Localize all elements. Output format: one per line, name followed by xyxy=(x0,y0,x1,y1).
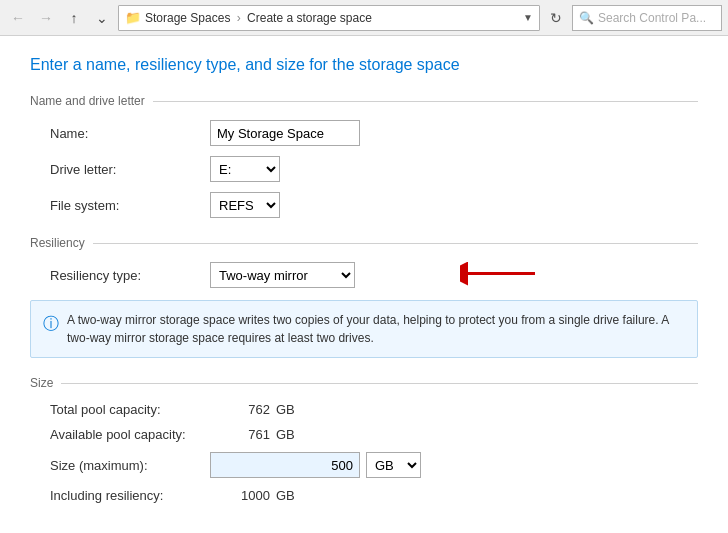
folder-icon: 📁 xyxy=(125,10,141,25)
section-header-resiliency: Resiliency xyxy=(30,236,698,250)
section-size: Size Total pool capacity: 762 GB Availab… xyxy=(30,376,698,503)
filesystem-label: File system: xyxy=(50,198,210,213)
total-capacity-value: 762 xyxy=(210,402,270,417)
drive-letter-row: Drive letter: E: xyxy=(30,156,698,182)
resiliency-type-select[interactable]: Two-way mirror Simple Three-way mirror P… xyxy=(210,262,355,288)
including-resiliency-row: Including resiliency: 1000 GB xyxy=(30,488,698,503)
search-icon: 🔍 xyxy=(579,11,594,25)
search-box[interactable]: 🔍 Search Control Pa... xyxy=(572,5,722,31)
breadcrumb-sep1: › xyxy=(237,11,241,25)
info-text: A two-way mirror storage space writes tw… xyxy=(67,311,685,347)
page-title: Enter a name, resiliency type, and size … xyxy=(30,56,698,74)
section-divider-size xyxy=(61,383,698,384)
total-capacity-control: 762 GB xyxy=(210,402,295,417)
breadcrumb-text: Storage Spaces › Create a storage space xyxy=(145,11,372,25)
info-icon: ⓘ xyxy=(43,312,59,336)
breadcrumb-part2: Create a storage space xyxy=(247,11,372,25)
resiliency-type-label: Resiliency type: xyxy=(50,268,210,283)
available-capacity-control: 761 GB xyxy=(210,427,295,442)
total-capacity-label: Total pool capacity: xyxy=(50,402,210,417)
available-capacity-row: Available pool capacity: 761 GB xyxy=(30,427,698,442)
section-header-name-drive: Name and drive letter xyxy=(30,94,698,108)
resiliency-type-control: Two-way mirror Simple Three-way mirror P… xyxy=(210,262,355,288)
section-header-size: Size xyxy=(30,376,698,390)
section-name-drive: Name and drive letter Name: Drive letter… xyxy=(30,94,698,218)
back-button[interactable]: ← xyxy=(6,6,30,30)
filesystem-control: REFS NTFS xyxy=(210,192,280,218)
drive-letter-select[interactable]: E: xyxy=(210,156,280,182)
search-placeholder: Search Control Pa... xyxy=(598,11,706,25)
section-label-name-drive: Name and drive letter xyxy=(30,94,145,108)
including-resiliency-unit: GB xyxy=(276,488,295,503)
including-resiliency-value: 1000 xyxy=(210,488,270,503)
size-unit-select[interactable]: GB MB TB xyxy=(366,452,421,478)
resiliency-type-row: Resiliency type: Two-way mirror Simple T… xyxy=(30,262,698,288)
including-resiliency-label: Including resiliency: xyxy=(50,488,210,503)
total-capacity-unit: GB xyxy=(276,402,295,417)
section-divider-name-drive xyxy=(153,101,698,102)
drive-letter-control: E: xyxy=(210,156,280,182)
section-resiliency: Resiliency Resiliency type: Two-way mirr… xyxy=(30,236,698,358)
available-capacity-value: 761 xyxy=(210,427,270,442)
address-bar[interactable]: 📁 Name and drive letter Storage Spaces ›… xyxy=(118,5,540,31)
size-max-control: GB MB TB xyxy=(210,452,421,478)
info-box: ⓘ A two-way mirror storage space writes … xyxy=(30,300,698,358)
refresh-button[interactable]: ↻ xyxy=(544,6,568,30)
filesystem-row: File system: REFS NTFS xyxy=(30,192,698,218)
filesystem-select[interactable]: REFS NTFS xyxy=(210,192,280,218)
red-arrow-indicator xyxy=(460,259,540,292)
main-content: Enter a name, resiliency type, and size … xyxy=(0,36,728,533)
recent-button[interactable]: ⌄ xyxy=(90,6,114,30)
total-capacity-row: Total pool capacity: 762 GB xyxy=(30,402,698,417)
name-control xyxy=(210,120,360,146)
section-label-size: Size xyxy=(30,376,53,390)
available-capacity-unit: GB xyxy=(276,427,295,442)
section-divider-resiliency xyxy=(93,243,698,244)
breadcrumb-part1: Storage Spaces xyxy=(145,11,230,25)
titlebar: ← → ↑ ⌄ 📁 Name and drive letter Storage … xyxy=(0,0,728,36)
name-label: Name: xyxy=(50,126,210,141)
name-row: Name: xyxy=(30,120,698,146)
section-label-resiliency: Resiliency xyxy=(30,236,85,250)
size-max-row: Size (maximum): GB MB TB xyxy=(30,452,698,478)
available-capacity-label: Available pool capacity: xyxy=(50,427,210,442)
size-max-label: Size (maximum): xyxy=(50,458,210,473)
including-resiliency-control: 1000 GB xyxy=(210,488,295,503)
name-input[interactable] xyxy=(210,120,360,146)
up-button[interactable]: ↑ xyxy=(62,6,86,30)
drive-letter-label: Drive letter: xyxy=(50,162,210,177)
size-max-input[interactable] xyxy=(210,452,360,478)
forward-button[interactable]: → xyxy=(34,6,58,30)
dropdown-arrow-icon: ▼ xyxy=(523,12,533,23)
